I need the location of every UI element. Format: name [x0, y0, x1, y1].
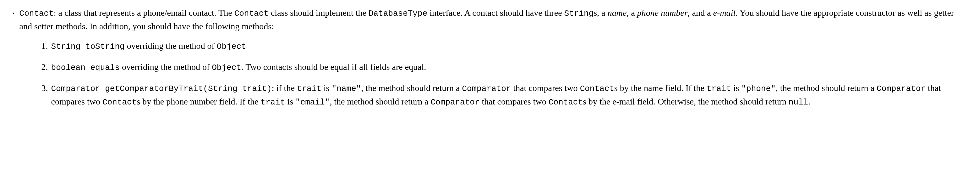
code-object: Object [212, 63, 241, 72]
code-contact2: Contact [234, 9, 269, 18]
text: , the method should return a [776, 83, 877, 93]
list-item-2: 2. boolean equals overriding the method … [41, 61, 967, 74]
text: : a class that represents a phone/email … [54, 8, 234, 18]
text: , a [627, 8, 637, 18]
text: s, a [593, 8, 607, 18]
code-object: Object [217, 42, 247, 51]
code-contact1: Contact [19, 9, 54, 18]
code-trait: trait [297, 84, 321, 93]
item-content: Comparator getComparatorByTrait(String t… [51, 82, 967, 109]
text: : if the [272, 83, 297, 93]
code-contact: Contact [580, 84, 614, 93]
item-number: 2. [41, 61, 48, 74]
em-email: e-mail [713, 8, 735, 18]
code-contact: Contact [102, 98, 137, 107]
text: that compares two [479, 96, 548, 106]
text: s by the e-mail field. Otherwise, the me… [583, 96, 789, 106]
text: , the method should return a [329, 96, 430, 106]
code-string: String [564, 9, 594, 18]
code-comparator: Comparator [877, 84, 926, 93]
code-null: null [789, 98, 808, 107]
code-databasetype: DatabaseType [369, 9, 427, 18]
text: s by the phone number field. If the [137, 96, 261, 106]
text: overriding the method of [120, 62, 212, 72]
item-content: String toString overriding the method of… [51, 39, 967, 53]
text: . [808, 96, 810, 106]
text: , the method should return a [361, 83, 462, 93]
text: is [731, 83, 741, 93]
em-phone: phone number [637, 8, 688, 18]
code-tostring: String toString [51, 42, 125, 51]
bullet-icon: • [13, 7, 14, 20]
text: that compares two [511, 83, 580, 93]
em-name: name [608, 8, 627, 18]
code-equals: boolean equals [51, 63, 120, 72]
code-trait: trait [261, 98, 285, 107]
text: s by the name field. If the [614, 83, 706, 93]
code-contact: Contact [549, 98, 583, 107]
code-email-str: "email" [295, 98, 329, 107]
main-content: Contact: a class that represents a phone… [19, 6, 967, 116]
code-comparator: Comparator [462, 84, 511, 93]
item-number: 1. [41, 39, 48, 53]
item-content: boolean equals overriding the method of … [51, 61, 967, 74]
code-phone-str: "phone" [741, 84, 775, 93]
main-paragraph: Contact: a class that represents a phone… [19, 8, 954, 31]
text: . Two contacts should be equal if all fi… [241, 62, 426, 72]
text: is [321, 83, 332, 93]
main-bullet-item: • Contact: a class that represents a pho… [13, 6, 967, 116]
code-trait: trait [706, 84, 731, 93]
text: , and a [688, 8, 713, 18]
list-item-1: 1. String toString overriding the method… [41, 39, 967, 53]
code-name-str: "name" [332, 84, 361, 93]
text: interface. A contact should have three [427, 8, 564, 18]
list-item-3: 3. Comparator getComparatorByTrait(Strin… [41, 82, 967, 109]
text: is [285, 96, 295, 106]
code-getcomparator: Comparator getComparatorByTrait(String t… [51, 84, 272, 93]
text: class should implement the [269, 8, 369, 18]
code-comparator: Comparator [430, 98, 479, 107]
item-number: 3. [41, 82, 48, 95]
text: overriding the method of [125, 41, 217, 51]
ordered-list: 1. String toString overriding the method… [19, 39, 967, 109]
